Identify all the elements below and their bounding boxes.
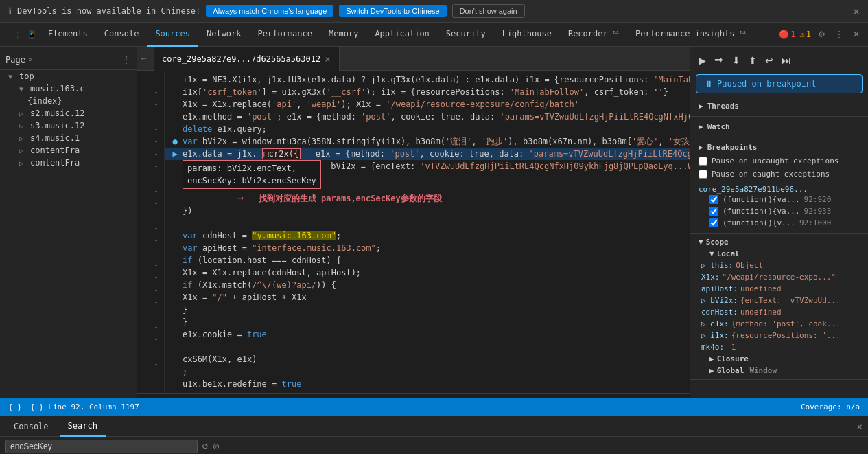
code-line: var apiHost = "interface.music.163.com"; [165,242,690,254]
active-code-tab[interactable]: core_29e5a827e9...7d62565a563012 × [154,47,340,71]
tab-elements[interactable]: Elements [40,23,96,47]
clear-search-button[interactable]: ⊘ [213,442,220,451]
back-icon[interactable]: ← [137,52,151,65]
bottom-panel-close-icon[interactable]: × [857,421,863,432]
tab-performance-insights[interactable]: Performance insights 𝄉 [627,23,754,47]
switch-chinese-button[interactable]: Switch DevTools to Chinese [339,5,446,17]
code-line: params: bVi2x.encText, encSecKey: bVi2x.… [165,160,690,189]
tab-recorder[interactable]: Recorder 𝄉 [560,23,627,47]
horizontal-scrollbar[interactable] [137,393,690,398]
tab-performance[interactable]: Performance [250,23,320,47]
scope-val: "/weapi/resource-expo..." [723,273,836,282]
scope-this: ▷ this: Object [690,260,868,271]
step-button[interactable]: ↩ [762,52,776,69]
expand-arrow-icon: ▶ [699,102,703,111]
threads-label: Threads [707,102,739,111]
page-label: Page [5,55,25,65]
call-stack-func: (function(){va... [723,207,800,216]
tab-application[interactable]: Application [366,23,437,47]
line-marker [170,316,180,328]
console-tab[interactable]: Console [5,416,57,437]
scope-val: {resourcePositions: '... [731,331,841,340]
close-devtools-icon[interactable]: ✕ [850,28,863,41]
tree-item-contentfra1[interactable]: ▷ contentFra [0,144,137,157]
call-stack-line: 92:1000 [799,218,831,227]
pause-uncaught-checkbox[interactable] [699,157,707,166]
tab-right-controls: 🔴 1 ⚠ 1 ⚙ ⋮ ✕ [779,28,863,41]
search-input-wrap [5,440,198,453]
file-tree-panel: Page » ⋮ ▼ top ▼ music.163.c {index} [0,47,137,398]
breakpoints-header[interactable]: ▶ Breakpoints [690,140,868,155]
code-content: - - - - - - - - - - - - - - - [137,71,690,393]
line-marker [170,341,180,353]
tab-network[interactable]: Network [198,23,250,47]
pause-uncaught-item: Pause on uncaught exceptions [690,155,868,168]
threads-header[interactable]: ▶ Threads [690,99,868,113]
tree-item-contentfra2[interactable]: ▷ contentFra [0,157,137,169]
step-out-button[interactable]: ⬆ [746,52,760,69]
call-stack-line: 92:920 [804,195,832,204]
expand-arrow-icon: ▶ [709,366,714,375]
tree-item-s4[interactable]: ▷ s4.music.1 [0,132,137,144]
tab-security[interactable]: Security [438,23,494,47]
tree-item-s3[interactable]: ▷ s3.music.12 [0,120,137,132]
more-options-icon[interactable]: ⋮ [832,28,846,41]
search-input[interactable] [10,442,161,451]
tree-item-top[interactable]: ▼ top [0,70,137,82]
notification-text: DevTools is now available in Chinese! [17,6,200,16]
tab-console[interactable]: Console [96,23,148,47]
deactivate-button[interactable]: ⏭ [779,52,794,69]
call-stack-checkbox[interactable] [709,195,718,204]
scope-key: ▷ this: [701,261,733,270]
line-marker [170,192,180,205]
dont-show-again-button[interactable]: Don't show again [452,4,525,18]
code-line: } [165,316,690,328]
tree-item-s2[interactable]: ▷ s2.music.12 [0,107,137,120]
main-tab-bar: ⬚ 📱 Elements Console Sources Network Per… [0,23,868,47]
tree-item-music163[interactable]: ▼ music.163.c [0,82,137,95]
notification-close[interactable]: × [853,5,860,18]
scope-header[interactable]: ▼ Scope [690,236,868,248]
pause-resume-button[interactable]: ▶ [696,52,709,69]
breakpoint-file: core_29e5a827e911be96... (function(){va.… [690,183,868,230]
line-marker [170,98,180,111]
call-stack-checkbox[interactable] [709,218,718,227]
pause-caught-checkbox[interactable] [699,170,707,179]
search-tab[interactable]: Search [60,416,106,437]
refresh-search-button[interactable]: ↺ [202,442,209,451]
code-line-active: ▶ e1x.data = j1x. □cr2x({ e1x = {method:… [165,148,690,160]
global-header[interactable]: ▶ Global Window [690,365,868,376]
tab-lighthouse[interactable]: Lighthouse [494,23,560,47]
pause-caught-item: Pause on caught exceptions [690,168,868,181]
code-editor[interactable]: i1x = NE3.X(i1x, j1x.fU3x(e1x.data) ? j1… [165,71,690,393]
local-scope-header[interactable]: ▼ Local [690,248,868,260]
close-code-tab-icon[interactable]: × [325,54,330,65]
call-stack-checkbox[interactable] [709,207,718,216]
tab-sources[interactable]: Sources [147,23,198,47]
pause-caught-label: Pause on caught exceptions [712,170,830,179]
code-line: if (location.host === cdnHost) { [165,254,690,266]
expand-arrow-icon: ▷ [19,110,27,117]
device-icon[interactable]: 📱 [24,28,40,41]
closure-header[interactable]: ▶ Closure [690,353,868,365]
line-marker [170,279,180,291]
step-into-button[interactable]: ⬇ [729,52,743,69]
step-over-button[interactable]: ⮕ [712,52,727,69]
match-language-button[interactable]: Always match Chrome's language [206,5,333,17]
settings-icon[interactable]: ⚙ [815,28,828,41]
tab-memory[interactable]: Memory [320,23,366,47]
inspect-icon[interactable]: ⬚ [8,28,21,41]
breakpoint-marker: ● [170,135,180,148]
expand-arrow-icon: ▼ [19,85,27,93]
tree-item-index[interactable]: {index} [0,95,137,107]
code-tabs: ← core_29e5a827e9...7d62565a563012 × [137,47,690,71]
line-marker [170,254,180,266]
scope-key: ▷ e1x: [701,319,729,328]
watch-header[interactable]: ▶ Watch [690,120,868,134]
scope-e1x: ▷ e1x: {method: 'post', cook... [690,318,868,330]
mid-layout: Page » ⋮ ▼ top ▼ music.163.c {index} [0,47,868,398]
expand-arrow-icon: ▼ [8,73,16,80]
code-line: ● var bVi2x = window.ntu3ca(358N.stringi… [165,135,690,148]
notification-bar: ℹ DevTools is now available in Chinese! … [0,0,868,23]
file-tree-menu-icon[interactable]: ⋮ [121,54,131,65]
